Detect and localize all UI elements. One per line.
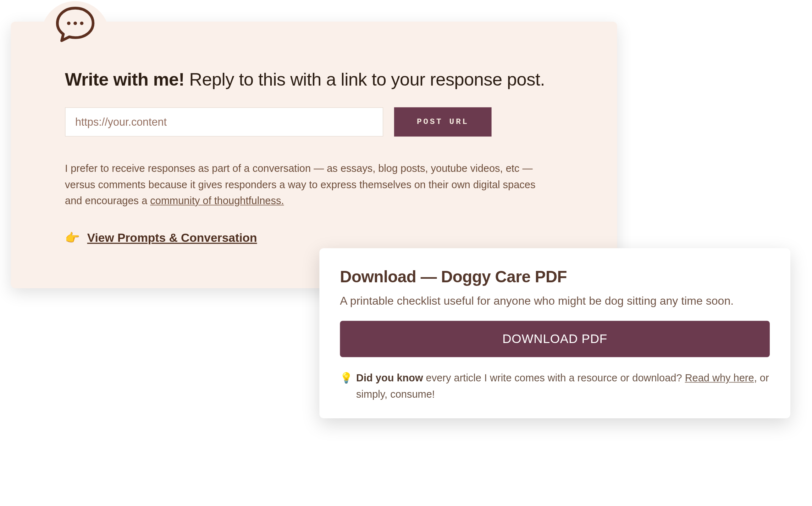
- svg-point-1: [73, 22, 77, 25]
- thoughtfulness-link[interactable]: community of thoughtfulness.: [150, 195, 284, 206]
- reply-heading-rest: Reply to this with a link to your respon…: [184, 69, 545, 89]
- read-why-link[interactable]: Read why here: [685, 372, 754, 384]
- download-pdf-button[interactable]: DOWNLOAD PDF: [340, 321, 770, 357]
- lightbulb-icon: 💡: [340, 370, 353, 386]
- url-input[interactable]: [65, 107, 383, 136]
- pointing-right-icon: 👉: [65, 231, 79, 245]
- reply-heading: Write with me! Reply to this with a link…: [65, 69, 563, 90]
- speech-bubble-tab: [41, 1, 109, 48]
- download-description: A printable checklist useful for anyone …: [340, 293, 770, 309]
- prompts-link-row: 👉 View Prompts & Conversation: [65, 231, 563, 245]
- reply-desc-text: I prefer to receive responses as part of…: [65, 163, 535, 207]
- download-note: 💡 Did you know every article I write com…: [340, 370, 770, 402]
- download-title: Download — Doggy Care PDF: [340, 268, 770, 286]
- download-card: Download — Doggy Care PDF A printable ch…: [319, 248, 790, 419]
- svg-point-2: [80, 22, 84, 25]
- post-url-button[interactable]: POST URL: [394, 107, 492, 136]
- reply-heading-bold: Write with me!: [65, 69, 184, 89]
- view-prompts-link[interactable]: View Prompts & Conversation: [87, 231, 257, 245]
- download-note-bold: Did you know: [356, 372, 423, 384]
- download-note-text-1: every article I write comes with a resou…: [423, 372, 685, 384]
- svg-point-0: [67, 22, 71, 25]
- url-form-row: POST URL: [65, 107, 563, 136]
- reply-description: I prefer to receive responses as part of…: [65, 160, 541, 209]
- speech-bubble-icon: [54, 5, 96, 44]
